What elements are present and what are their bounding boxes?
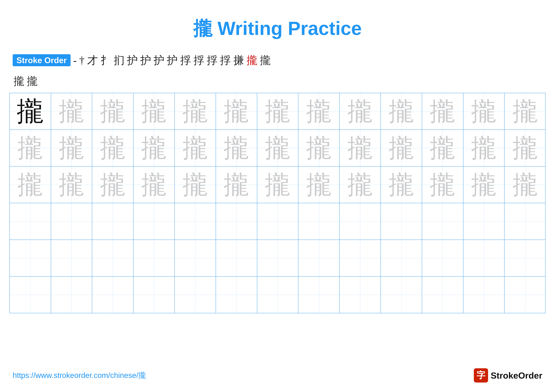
grid-cell-6-10[interactable] xyxy=(381,277,422,313)
grid-cell-5-4[interactable] xyxy=(133,240,175,276)
grid-cell-6-2[interactable] xyxy=(51,277,92,313)
grid-cell-3-9: 攏 xyxy=(340,166,381,203)
grid-cell-3-12: 攏 xyxy=(463,166,505,203)
grid-row-6 xyxy=(10,277,545,313)
grid-cell-3-3: 攏 xyxy=(92,166,133,203)
grid-cell-1-3: 攏 xyxy=(92,93,133,129)
footer-link[interactable]: https://www.strokeorder.com/chinese/攏 xyxy=(13,370,146,380)
grid-cell-6-12[interactable] xyxy=(463,277,505,313)
grid-cell-2-6: 攏 xyxy=(216,130,257,166)
grid-cell-5-10[interactable] xyxy=(381,240,422,276)
grid-cell-4-11[interactable] xyxy=(422,203,463,240)
grid-cell-5-2[interactable] xyxy=(51,240,92,276)
grid-cell-4-3[interactable] xyxy=(92,203,133,240)
stroke-order-badge: Stroke Order xyxy=(13,54,71,66)
grid-cell-5-1[interactable] xyxy=(10,240,51,276)
grid-cell-1-4: 攏 xyxy=(133,93,175,129)
grid-cell-2-4: 攏 xyxy=(133,130,175,166)
stroke-11: 捊 xyxy=(193,55,205,66)
grid-cell-5-12[interactable] xyxy=(463,240,505,276)
grid-cell-5-9[interactable] xyxy=(340,240,381,276)
grid-cell-2-3: 攏 xyxy=(92,130,133,166)
stroke-sequence-row1: - † 才 扌 扪 护 护 护 护 捊 捊 捊 捊 搛 攏 攏 xyxy=(72,55,542,66)
grid-cell-4-5[interactable] xyxy=(175,203,216,240)
grid-cell-1-13: 攏 xyxy=(504,93,546,129)
grid-cell-4-7[interactable] xyxy=(257,203,299,240)
stroke-13: 捊 xyxy=(219,55,232,66)
grid-cell-4-12[interactable] xyxy=(463,203,505,240)
practice-grid: 攏 攏 攏 攏 攏 攏 攏 攏 攏 攏 攏 攏 xyxy=(9,93,546,313)
grid-cell-4-13[interactable] xyxy=(504,203,546,240)
grid-cell-1-1: 攏 xyxy=(10,93,51,129)
grid-char-faded: 攏 xyxy=(224,99,249,124)
grid-cell-4-2[interactable] xyxy=(51,203,92,240)
grid-row-3: 攏 攏 攏 攏 攏 攏 攏 攏 攏 攏 攏 攏 攏 xyxy=(10,166,545,203)
grid-cell-5-3[interactable] xyxy=(92,240,133,276)
grid-cell-3-13: 攏 xyxy=(504,166,546,203)
grid-cell-1-6: 攏 xyxy=(216,93,257,129)
grid-char-faded: 攏 xyxy=(471,99,497,124)
grid-cell-5-13[interactable] xyxy=(504,240,546,276)
grid-cell-2-1: 攏 xyxy=(10,130,51,166)
grid-cell-6-4[interactable] xyxy=(133,277,175,313)
grid-cell-6-6[interactable] xyxy=(216,277,257,313)
grid-cell-2-2: 攏 xyxy=(51,130,92,166)
grid-cell-3-10: 攏 xyxy=(381,166,422,203)
grid-cell-1-5: 攏 xyxy=(175,93,216,129)
grid-cell-6-11[interactable] xyxy=(422,277,463,313)
grid-cell-1-8: 攏 xyxy=(298,93,340,129)
grid-cell-2-12: 攏 xyxy=(463,130,505,166)
grid-cell-4-9[interactable] xyxy=(340,203,381,240)
grid-cell-3-7: 攏 xyxy=(257,166,299,203)
stroke-14: 搛 xyxy=(232,55,245,66)
stroke-12: 捊 xyxy=(206,55,219,66)
grid-cell-1-11: 攏 xyxy=(422,93,463,129)
grid-cell-1-12: 攏 xyxy=(463,93,505,129)
grid-cell-4-6[interactable] xyxy=(216,203,257,240)
grid-char-faded: 攏 xyxy=(347,99,373,124)
stroke-8: 护 xyxy=(153,55,165,66)
grid-cell-2-9: 攏 xyxy=(340,130,381,166)
grid-cell-2-7: 攏 xyxy=(257,130,299,166)
grid-cell-5-5[interactable] xyxy=(175,240,216,276)
grid-cell-6-5[interactable] xyxy=(175,277,216,313)
grid-cell-2-13: 攏 xyxy=(504,130,546,166)
grid-cell-4-10[interactable] xyxy=(381,203,422,240)
grid-cell-5-7[interactable] xyxy=(257,240,299,276)
grid-cell-2-8: 攏 xyxy=(298,130,340,166)
grid-char-faded: 攏 xyxy=(306,99,332,124)
grid-cell-5-6[interactable] xyxy=(216,240,257,276)
grid-cell-6-7[interactable] xyxy=(257,277,299,313)
grid-row-2: 攏 攏 攏 攏 攏 攏 攏 攏 攏 攏 攏 攏 攏 xyxy=(10,130,545,166)
grid-cell-4-4[interactable] xyxy=(133,203,175,240)
grid-cell-4-1[interactable] xyxy=(10,203,51,240)
grid-cell-5-8[interactable] xyxy=(298,240,340,276)
grid-row-4 xyxy=(10,203,545,240)
grid-cell-2-11: 攏 xyxy=(422,130,463,166)
grid-cell-1-7: 攏 xyxy=(257,93,299,129)
grid-cell-6-9[interactable] xyxy=(340,277,381,313)
stroke-order-section: Stroke Order - † 才 扌 扪 护 护 护 护 捊 捊 捊 捊 搛… xyxy=(0,51,555,69)
footer-logo: 字 StrokeOrder xyxy=(474,368,542,383)
grid-char-faded: 攏 xyxy=(389,99,414,124)
grid-cell-6-13[interactable] xyxy=(504,277,546,313)
grid-row-1: 攏 攏 攏 攏 攏 攏 攏 攏 攏 攏 攏 攏 xyxy=(10,93,545,130)
grid-cell-6-1[interactable] xyxy=(10,277,51,313)
grid-char-faded: 攏 xyxy=(183,99,208,124)
grid-cell-1-10: 攏 xyxy=(381,93,422,129)
grid-cell-6-3[interactable] xyxy=(92,277,133,313)
grid-char-faded: 攏 xyxy=(430,99,455,124)
grid-cell-3-1: 攏 xyxy=(10,166,51,203)
grid-cell-4-8[interactable] xyxy=(298,203,340,240)
stroke-6: 护 xyxy=(126,55,139,66)
stroke-2: † xyxy=(78,55,86,66)
grid-cell-3-11: 攏 xyxy=(422,166,463,203)
grid-cell-5-11[interactable] xyxy=(422,240,463,276)
grid-cell-2-5: 攏 xyxy=(175,130,216,166)
title-char: 攏 xyxy=(193,18,212,39)
grid-char-faded: 攏 xyxy=(265,99,290,124)
grid-cell-1-2: 攏 xyxy=(51,93,92,129)
footer-logo-text: StrokeOrder xyxy=(491,370,542,381)
stroke-9: 护 xyxy=(166,55,179,66)
grid-cell-6-8[interactable] xyxy=(298,277,340,313)
